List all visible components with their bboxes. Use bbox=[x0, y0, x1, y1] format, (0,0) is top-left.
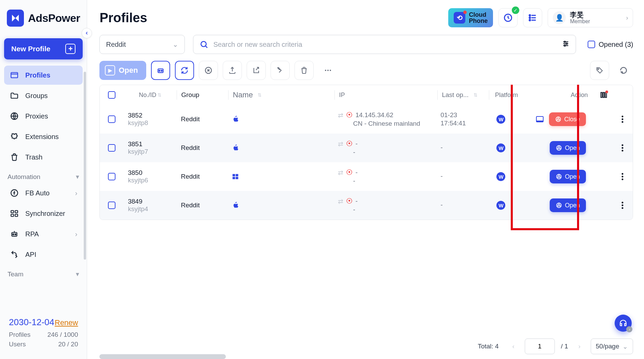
delete-tool-button[interactable] bbox=[294, 61, 314, 80]
reload-table-button[interactable] bbox=[614, 61, 633, 80]
nav-fb-auto-label: FB Auto bbox=[25, 189, 50, 197]
search-icon[interactable] bbox=[200, 40, 208, 49]
select-all-checkbox[interactable] bbox=[108, 91, 115, 99]
row-checkbox[interactable] bbox=[108, 173, 115, 180]
filter-settings-icon[interactable] bbox=[562, 40, 570, 49]
close-tool-button[interactable] bbox=[199, 61, 218, 80]
svg-point-25 bbox=[566, 43, 567, 44]
tag-tool-button[interactable] bbox=[590, 61, 609, 80]
svg-point-65 bbox=[622, 173, 624, 175]
row-checkbox[interactable] bbox=[108, 202, 115, 209]
th-last-op[interactable]: Last op... bbox=[442, 91, 468, 99]
monitor-icon[interactable] bbox=[536, 116, 544, 122]
team-section-label[interactable]: Team ▾ bbox=[0, 264, 87, 281]
sort-icon[interactable]: ⇅ bbox=[258, 92, 262, 98]
svg-rect-58 bbox=[233, 177, 235, 179]
export-tool-button[interactable] bbox=[223, 61, 242, 80]
search-input[interactable] bbox=[213, 41, 557, 49]
group-select[interactable]: Reddit ⌄ bbox=[99, 35, 185, 54]
pagination: Total: 4 ‹ / 1 › 50/page ⌄ bbox=[478, 339, 633, 354]
row-ip: - bbox=[355, 140, 357, 148]
svg-line-63 bbox=[557, 177, 558, 178]
svg-point-36 bbox=[598, 69, 599, 70]
nav-synchronizer[interactable]: Synchronizer bbox=[4, 204, 83, 223]
horizontal-scrollbar[interactable] bbox=[99, 354, 633, 359]
nav-profiles[interactable]: Profiles bbox=[4, 66, 83, 85]
chevron-down-icon: ⌄ bbox=[622, 343, 628, 350]
svg-line-20 bbox=[206, 46, 207, 47]
svg-line-44 bbox=[559, 120, 561, 120]
page-next[interactable]: › bbox=[574, 343, 585, 350]
row-checkbox[interactable] bbox=[108, 144, 115, 152]
th-group[interactable]: Group bbox=[181, 91, 199, 99]
cloud-phone-button[interactable]: ⟲ CloudPhone bbox=[448, 8, 493, 27]
task-list-button[interactable] bbox=[523, 8, 542, 27]
chevron-down-icon: ▾ bbox=[76, 270, 79, 278]
row-serial: ksyjtp6 bbox=[128, 177, 148, 184]
row-action-label: Open bbox=[565, 144, 580, 152]
refresh-tool-button[interactable] bbox=[175, 61, 194, 80]
sort-icon[interactable]: ⇅ bbox=[157, 92, 162, 98]
row-more-button[interactable] bbox=[614, 173, 631, 180]
user-menu[interactable]: 👤 李旻 Member › bbox=[548, 8, 633, 27]
svg-line-52 bbox=[560, 148, 561, 149]
opened-filter[interactable]: Opened (3) bbox=[584, 41, 633, 49]
sync-status-button[interactable]: ✓ bbox=[498, 8, 518, 27]
th-name[interactable]: Name bbox=[233, 91, 253, 99]
row-no: 3850 bbox=[128, 169, 142, 177]
sort-icon[interactable]: ⇅ bbox=[474, 92, 478, 98]
nav-fb-auto[interactable]: FB Auto › bbox=[4, 183, 83, 203]
svg-point-35 bbox=[330, 70, 331, 71]
profiles-table: No./ID⇅ Group Name⇅ IP Last op...⇅ Platf… bbox=[99, 85, 633, 220]
swap-icon: ⇄ bbox=[338, 111, 343, 119]
sync-icon bbox=[10, 209, 19, 218]
row-action-button[interactable]: Open bbox=[550, 170, 586, 183]
location-pin-icon: ⦿ bbox=[346, 111, 353, 119]
nav-extensions[interactable]: Extensions bbox=[4, 127, 83, 146]
row-ip: 14.145.34.62 bbox=[355, 111, 393, 119]
row-more-button[interactable] bbox=[614, 144, 631, 152]
nav-api[interactable]: API bbox=[4, 245, 83, 264]
bulk-open-button[interactable]: ▶ Open bbox=[99, 61, 146, 80]
svg-line-51 bbox=[557, 148, 558, 149]
row-last-date: - bbox=[440, 144, 442, 151]
svg-point-46 bbox=[622, 119, 624, 120]
th-no[interactable]: No./ID bbox=[139, 92, 156, 99]
row-action-button[interactable]: Open bbox=[550, 198, 586, 212]
support-fab[interactable]: › bbox=[615, 315, 632, 332]
nav-trash[interactable]: Trash bbox=[4, 148, 83, 167]
users-usage-label: Users bbox=[9, 341, 26, 348]
svg-point-28 bbox=[159, 70, 160, 71]
page-prev[interactable]: ‹ bbox=[508, 343, 519, 350]
chevron-right-icon: › bbox=[75, 230, 78, 238]
automation-section-label[interactable]: Automation ▾ bbox=[0, 167, 87, 183]
table-row: 3850 ksyjtp6 Reddit ⇄⦿- - - W- Open bbox=[100, 162, 633, 191]
bulk-open-label: Open bbox=[119, 66, 138, 75]
nav-rpa[interactable]: RPA › bbox=[4, 224, 83, 244]
th-ip[interactable]: IP bbox=[339, 92, 345, 99]
renew-link[interactable]: Renew bbox=[55, 318, 78, 327]
table-container: No./ID⇅ Group Name⇅ IP Last op...⇅ Platf… bbox=[87, 85, 644, 350]
svg-rect-0 bbox=[11, 72, 18, 78]
row-action-button[interactable]: Close bbox=[549, 112, 586, 126]
row-last-time: 17:54:41 bbox=[440, 120, 466, 127]
nav-proxies[interactable]: Proxies bbox=[4, 107, 83, 126]
row-action-button[interactable]: Open bbox=[550, 141, 586, 155]
page-current-input[interactable] bbox=[525, 339, 555, 354]
nav-groups[interactable]: Groups bbox=[4, 86, 83, 105]
row-checkbox[interactable] bbox=[108, 115, 115, 123]
nav-proxies-label: Proxies bbox=[25, 112, 48, 120]
more-tool-button[interactable] bbox=[318, 61, 338, 80]
page-size-select[interactable]: 50/page ⌄ bbox=[591, 339, 633, 354]
row-more-button[interactable] bbox=[614, 115, 631, 123]
location-pin-icon: ⦿ bbox=[346, 140, 353, 148]
sidebar-scrollbar[interactable] bbox=[84, 72, 86, 260]
row-more-button[interactable] bbox=[614, 202, 631, 209]
new-profile-button[interactable]: New Profile + bbox=[4, 38, 83, 59]
page-total: Total: 4 bbox=[478, 343, 498, 350]
th-platform[interactable]: Platform bbox=[495, 92, 518, 99]
platform-extra: - bbox=[511, 144, 513, 152]
rpa-tool-button[interactable] bbox=[151, 61, 170, 80]
share-tool-button[interactable] bbox=[271, 61, 290, 80]
import-tool-button[interactable] bbox=[247, 61, 266, 80]
